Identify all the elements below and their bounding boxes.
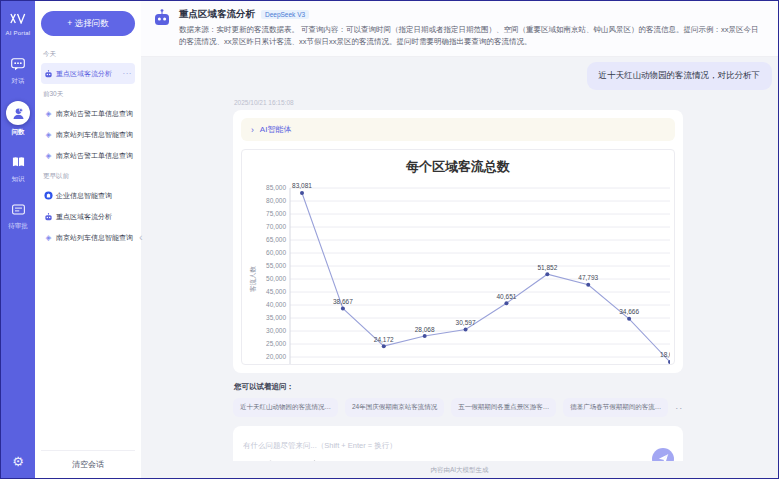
chart-title: 每个区域客流总数	[246, 158, 670, 176]
svg-text:50,000: 50,000	[266, 275, 286, 282]
session-group-label: 今天	[43, 50, 133, 59]
rail-item-chat[interactable]: 对话	[6, 54, 30, 86]
svg-text:28,068: 28,068	[415, 326, 435, 333]
agent-description: 数据来源：实时更新的客流数据表。 可查询内容：可以查询时间（指定日期或者指定日期…	[179, 24, 764, 48]
agent-title: 重点区域客流分析	[179, 8, 255, 21]
session-item-label: 南京站列车信息智能查询	[56, 233, 133, 243]
send-button[interactable]	[652, 448, 674, 461]
paper-plane-icon	[658, 450, 669, 461]
session-item[interactable]: ◈南京站列车信息智能查询	[41, 227, 135, 248]
session-item[interactable]: 重点区域客流分析	[41, 206, 135, 227]
rail-item-label: 知识	[12, 175, 25, 184]
svg-text:24,172: 24,172	[374, 336, 394, 343]
session-sidebar: + 选择问数 今天重点区域客流分析···前30天◈南京站告警工单信息查询◈南京站…	[35, 1, 141, 478]
download-circle-icon[interactable]	[265, 460, 276, 461]
session-group-label: 前30天	[43, 90, 133, 99]
knowledge-icon	[8, 152, 28, 172]
circle-icon	[44, 191, 53, 200]
svg-text:83,081: 83,081	[292, 182, 312, 189]
rail-item-label: 对话	[12, 77, 25, 86]
svg-text:18,084: 18,084	[660, 351, 670, 358]
diamond-icon: ◈	[44, 233, 53, 242]
sidebar-collapse-handle[interactable]: ‹	[139, 231, 143, 243]
session-item-label: 重点区域客流分析	[56, 69, 112, 79]
agent-steps-label: AI智能体	[260, 124, 292, 135]
svg-text:客流人数: 客流人数	[249, 266, 257, 293]
mic-off-icon[interactable]	[309, 460, 320, 461]
svg-text:60,000: 60,000	[266, 249, 286, 256]
svg-text:80,000: 80,000	[266, 197, 286, 204]
svg-text:20,000: 20,000	[266, 353, 286, 360]
session-item[interactable]: 企业信息智能查询	[41, 185, 135, 206]
svg-text:35,000: 35,000	[266, 314, 286, 321]
robot-icon	[44, 69, 53, 79]
svg-text:25,000: 25,000	[266, 340, 286, 347]
select-dataset-button[interactable]: + 选择问数	[41, 11, 135, 36]
suggestions-label: 您可以试着追问：	[234, 382, 683, 392]
session-list: 今天重点区域客流分析···前30天◈南京站告警工单信息查询◈南京站列车信息智能查…	[41, 44, 135, 248]
session-item[interactable]: ◈南京站告警工单信息查询	[41, 103, 135, 124]
clear-session-button[interactable]: 清空会话	[41, 450, 135, 478]
chevron-right-icon: ›	[251, 125, 254, 135]
message-timestamp: 2025/10/21 16:15:08	[234, 99, 683, 106]
approval-icon	[8, 199, 28, 219]
more-suggestions-icon[interactable]: ···	[675, 403, 683, 413]
session-item[interactable]: ◈南京站列车信息智能查询	[41, 124, 135, 145]
svg-text:30,597: 30,597	[456, 319, 476, 326]
svg-text:40,000: 40,000	[266, 301, 286, 308]
message-composer	[233, 426, 683, 461]
svg-text:65,000: 65,000	[266, 236, 286, 243]
svg-text:34,666: 34,666	[619, 308, 639, 315]
gear-icon[interactable]: ⚙	[12, 455, 24, 468]
trash-icon[interactable]	[243, 460, 254, 461]
agent-steps-toggle[interactable]: › AI智能体	[241, 118, 675, 141]
svg-text:38,667: 38,667	[333, 298, 353, 305]
chat-scroll-area[interactable]: 近十天红山动物园的客流情况，对比分析下 2025/10/21 16:15:08 …	[141, 57, 778, 461]
rail-item-knowledge[interactable]: 知识	[6, 152, 30, 184]
svg-text:55,000: 55,000	[266, 262, 286, 269]
app-window: AI Portal 对话问数知识待审批 ⚙ + 选择问数 今天重点区域客流分析·…	[0, 0, 779, 479]
rail-item-label: 待审批	[8, 222, 28, 231]
agent-header-body: 重点区域客流分析 DeepSeek V3 数据来源：实时更新的客流数据表。 可查…	[179, 8, 764, 48]
diamond-icon: ◈	[44, 130, 53, 139]
composer-toolbar	[243, 460, 673, 461]
suggestion-chips-row: 近十天红山动物园的客流情况…24年国庆假期南京站客流情况五一假期期间各重点景区游…	[233, 398, 683, 417]
agent-header: 重点区域客流分析 DeepSeek V3 数据来源：实时更新的客流数据表。 可查…	[141, 1, 778, 57]
assistant-answer-card: › AI智能体 每个区域客流总数 85,00080,00075,00070,00…	[233, 110, 683, 373]
session-item[interactable]: ◈南京站告警工单信息查询	[41, 145, 135, 166]
svg-text:47,793: 47,793	[578, 274, 598, 281]
rail-item-approval[interactable]: 待审批	[6, 199, 30, 231]
svg-text:51,852: 51,852	[537, 264, 557, 271]
session-item-label: 重点区域客流分析	[56, 212, 112, 222]
logo-text: AI Portal	[6, 30, 31, 36]
rail-item-ask-data[interactable]: 问数	[6, 101, 30, 137]
model-badge: DeepSeek V3	[261, 10, 309, 19]
more-menu-icon[interactable]: ···	[123, 69, 133, 78]
session-group-label: 更早以前	[43, 172, 133, 181]
left-rail: AI Portal 对话问数知识待审批 ⚙	[1, 1, 35, 478]
assistant-answer-column: 2025/10/21 16:15:08 › AI智能体 每个区域客流总数 85,…	[233, 99, 683, 461]
suggestion-chip[interactable]: 近十天红山动物园的客流情况…	[233, 398, 338, 417]
undo-icon[interactable]	[287, 460, 298, 461]
diamond-icon: ◈	[44, 109, 53, 118]
session-item-label: 南京站告警工单信息查询	[56, 109, 133, 119]
robot-avatar-icon	[152, 8, 172, 28]
chart-card: 每个区域客流总数 85,00080,00075,00070,00065,0006…	[241, 149, 675, 365]
svg-text:40,651: 40,651	[496, 293, 516, 300]
session-item[interactable]: 重点区域客流分析···	[41, 63, 135, 84]
suggestion-chip[interactable]: 24年国庆假期南京站客流情况	[345, 398, 444, 417]
ask-data-icon	[6, 101, 30, 125]
svg-text:30,000: 30,000	[266, 327, 286, 334]
line-chart: 85,00080,00075,00070,00065,00060,00055,0…	[246, 178, 670, 364]
message-input[interactable]	[243, 441, 603, 450]
ai-generated-note: 内容由AI大模型生成	[141, 461, 778, 478]
diamond-icon: ◈	[44, 151, 53, 160]
logo-icon	[10, 10, 26, 28]
app-logo: AI Portal	[6, 10, 31, 36]
robot-icon	[44, 212, 53, 222]
suggestion-chip[interactable]: 五一假期期间各重点景区游客…	[451, 398, 556, 417]
svg-text:85,000: 85,000	[266, 184, 286, 191]
chat-bubble-icon	[8, 54, 28, 74]
suggestion-chip[interactable]: 德基广场春节假期期间的客流…	[563, 398, 668, 417]
session-item-label: 南京站列车信息智能查询	[56, 130, 133, 140]
